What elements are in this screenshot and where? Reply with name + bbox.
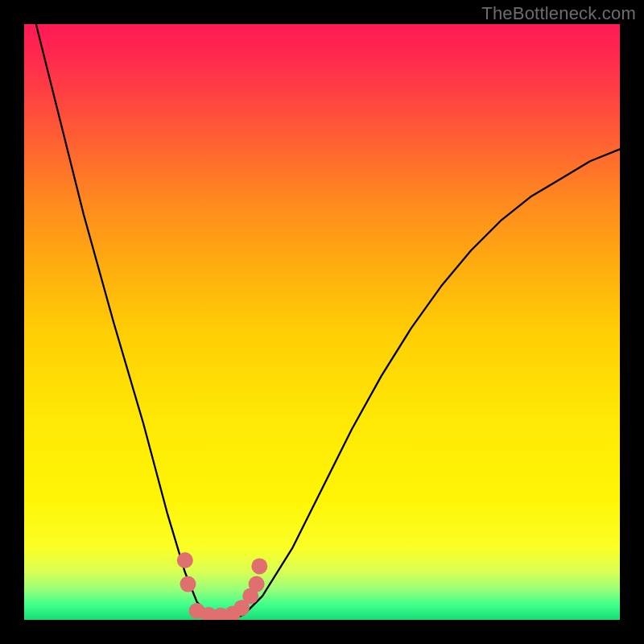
marker-dot [177,552,193,568]
curve-svg [24,24,620,620]
marker-dot [249,576,265,592]
watermark-text: TheBottleneck.com [481,3,636,24]
plot-area [24,24,620,620]
marker-dots-group [177,552,267,620]
curve-path-group [36,24,620,620]
chart-frame: TheBottleneck.com [0,0,644,644]
marker-dot [251,558,267,574]
bottleneck-curve-line [36,24,620,620]
marker-dot [180,576,196,592]
